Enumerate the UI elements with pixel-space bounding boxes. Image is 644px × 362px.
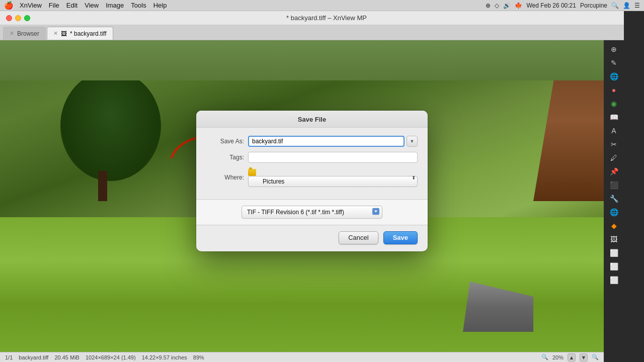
- titlebar: * backyard.tiff – XnView MP: [0, 11, 624, 25]
- dialog-title: Save File: [196, 111, 428, 128]
- flag-icon: 🍁: [515, 2, 522, 9]
- user-avatar: 👤: [623, 2, 630, 9]
- tags-label: Tags:: [206, 154, 244, 161]
- tab-browser[interactable]: ✕ Browser: [3, 27, 46, 40]
- traffic-lights: [6, 15, 30, 21]
- main-content-area: Save File Save As: ▼ Tags:: [0, 40, 624, 362]
- save-as-label: Save As:: [206, 138, 244, 145]
- save-file-dialog: Save File Save As: ▼ Tags:: [196, 111, 428, 251]
- menubar: 🍎 XnView File Edit View Image Tools Help…: [0, 0, 644, 11]
- menu-file[interactable]: File: [49, 2, 59, 9]
- cancel-button[interactable]: Cancel: [339, 231, 378, 244]
- datetime-display: Wed Feb 26 00:21: [526, 2, 576, 9]
- tab-browser-label: Browser: [17, 30, 39, 37]
- menu-edit[interactable]: Edit: [66, 2, 77, 9]
- window-title: * backyard.tiff – XnView MP: [35, 14, 618, 22]
- format-select-wrapper: TIF - TIFF Revision 6 (*.tif *.tim *.tif…: [242, 206, 382, 219]
- dialog-buttons: Cancel Save: [196, 225, 428, 251]
- format-section: TIF - TIFF Revision 6 (*.tif *.tim *.tif…: [196, 199, 428, 225]
- bluetooth-icon: ⊕: [486, 2, 491, 9]
- save-as-input[interactable]: [248, 136, 405, 147]
- wifi-icon: ◇: [495, 2, 499, 9]
- menu-help[interactable]: Help: [153, 2, 167, 9]
- search-icon[interactable]: 🔍: [611, 2, 619, 9]
- tabsbar: ✕ Browser ✕ 🖼 * backyard.tiff: [0, 25, 624, 40]
- menu-image[interactable]: Image: [106, 2, 124, 9]
- expand-button[interactable]: ▼: [407, 136, 418, 147]
- close-button[interactable]: [6, 15, 12, 21]
- tab-browser-close[interactable]: ✕: [10, 30, 14, 37]
- menu-appname[interactable]: XnView: [20, 2, 42, 9]
- where-select[interactable]: Pictures Desktop Documents: [248, 176, 418, 187]
- where-label: Where:: [206, 174, 244, 181]
- apple-menu[interactable]: 🍎: [4, 1, 14, 10]
- dialog-body: Save As: ▼ Tags: Where:: [196, 128, 428, 199]
- dialog-overlay: Save File Save As: ▼ Tags:: [0, 40, 624, 362]
- format-select[interactable]: TIF - TIFF Revision 6 (*.tif *.tim *.tif…: [242, 206, 382, 219]
- where-select-wrapper: Pictures Desktop Documents ⬍: [248, 168, 418, 187]
- tags-row: Tags:: [206, 152, 418, 163]
- save-as-row: Save As: ▼: [206, 136, 418, 147]
- tab-backyard-icon: 🖼: [61, 30, 67, 37]
- username-display: Porcupine: [580, 2, 607, 9]
- tab-backyard[interactable]: ✕ 🖼 * backyard.tiff: [47, 27, 113, 40]
- tags-input[interactable]: [248, 152, 418, 163]
- app-window: * backyard.tiff – XnView MP ✕ Browser ✕ …: [0, 11, 624, 362]
- where-row: Where: Pictures Desktop Documents ⬍: [206, 168, 418, 187]
- minimize-button[interactable]: [15, 15, 21, 21]
- folder-icon: [248, 169, 256, 176]
- list-icon[interactable]: ☰: [634, 2, 640, 9]
- tab-backyard-close[interactable]: ✕: [53, 30, 58, 37]
- menu-tools[interactable]: Tools: [131, 2, 146, 9]
- save-button[interactable]: Save: [383, 231, 418, 244]
- menu-view[interactable]: View: [85, 2, 99, 9]
- maximize-button[interactable]: [24, 15, 30, 21]
- tab-backyard-label: * backyard.tiff: [70, 30, 106, 37]
- volume-icon: 🔊: [503, 2, 511, 9]
